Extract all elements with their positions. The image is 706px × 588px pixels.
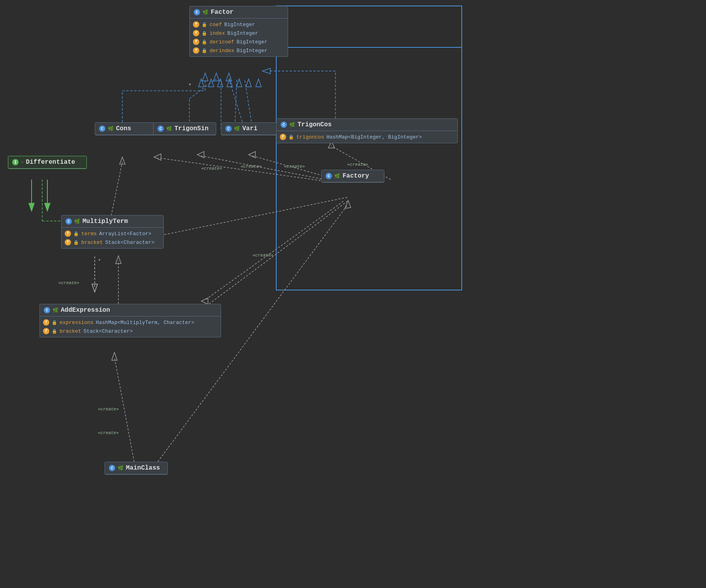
leaf-icon: 🌿 <box>74 219 80 225</box>
svg-marker-25 <box>154 154 161 160</box>
addexpression-fields: f 🔒 expressions HashMap<MultiplyTerm, Ch… <box>40 316 221 337</box>
lock-icon: 🔒 <box>202 39 207 45</box>
trigonsin-header: C 🌿 TrigonSin <box>154 123 216 135</box>
field-type: BigInteger <box>236 48 267 54</box>
svg-line-11 <box>235 79 237 129</box>
lock-icon: 🔒 <box>52 320 57 325</box>
factor-class-name: Factor <box>211 9 234 16</box>
field-name: trigoncos <box>296 134 324 140</box>
svg-marker-22 <box>256 79 261 87</box>
field-name: terms <box>81 231 97 237</box>
field-row: f 🔒 index BigInteger <box>193 29 285 37</box>
field-name: derindex <box>210 48 234 54</box>
svg-text:«create»: «create» <box>58 281 79 285</box>
field-icon: f <box>193 39 199 45</box>
svg-line-49 <box>110 162 122 219</box>
leaf-icon: 🌿 <box>202 9 208 15</box>
addexpression-class-box: C 🌿 AddExpression f 🔒 expressions HashMa… <box>39 304 221 337</box>
svg-text:«create»: «create» <box>241 164 262 169</box>
svg-line-58 <box>114 357 134 462</box>
field-row: f 🔒 terms ArrayList<Factor> <box>65 229 160 238</box>
lock-icon: 🔒 <box>202 22 207 27</box>
vari-class-box: C 🌿 Vari <box>221 122 284 135</box>
svg-marker-17 <box>208 79 214 87</box>
svg-marker-50 <box>120 157 125 164</box>
field-name: bracket <box>60 328 81 334</box>
svg-marker-42 <box>45 203 50 211</box>
trigonsin-class-box: C 🌿 TrigonSin <box>153 122 216 135</box>
svg-marker-16 <box>199 79 204 87</box>
svg-marker-56 <box>201 298 208 304</box>
cons-class-name: Cons <box>116 125 131 132</box>
class-icon: C <box>66 218 72 225</box>
field-icon: f <box>43 319 49 326</box>
field-name: coef <box>210 22 222 28</box>
field-row: f 🔒 derindex BigInteger <box>193 46 285 55</box>
diagram-container: * «create» «create» «create» «create» 1 <box>0 0 706 588</box>
field-name: expressions <box>60 320 94 326</box>
field-row: f 🔒 dericoef BigInteger <box>193 37 285 46</box>
class-icon: C <box>109 465 115 471</box>
svg-marker-62 <box>345 200 351 208</box>
lock-icon: 🔒 <box>202 48 207 53</box>
cons-class-box: C 🌿 Cons <box>95 122 158 135</box>
class-icon: C <box>44 307 50 313</box>
trigoncos-class-name: TrigonCos <box>298 121 331 128</box>
field-name: dericoef <box>210 39 234 45</box>
field-type: Stack<Character> <box>105 240 155 245</box>
svg-line-53 <box>154 197 347 237</box>
leaf-icon: 🌿 <box>289 122 295 128</box>
svg-text:«create»: «create» <box>98 407 119 412</box>
field-row: f 🔒 expressions HashMap<MultiplyTerm, Ch… <box>43 318 217 327</box>
lock-icon: 🔒 <box>202 31 207 36</box>
svg-marker-40 <box>29 203 34 211</box>
svg-marker-20 <box>236 79 242 87</box>
svg-text:«create»: «create» <box>347 162 368 167</box>
class-icon: C <box>99 125 105 132</box>
field-type: HashMap<BigInteger, BigInteger> <box>326 134 422 140</box>
factory-header: C 🌿 Factory <box>322 170 384 182</box>
svg-marker-9 <box>226 73 232 81</box>
svg-line-12 <box>245 79 253 129</box>
mainclass-class-box: C 🌿 MainClass <box>105 462 168 475</box>
class-icon: C <box>157 125 164 132</box>
leaf-icon: 🌿 <box>166 126 172 132</box>
field-type: BigInteger <box>227 30 258 36</box>
svg-text:«create»: «create» <box>253 253 273 258</box>
interface-icon: I <box>12 159 19 165</box>
field-type: BigInteger <box>224 22 255 28</box>
factor-class-box: C 🌿 Factor f 🔒 coef BigInteger f 🔒 index… <box>189 6 288 57</box>
vari-class-name: Vari <box>242 125 257 132</box>
field-icon: f <box>65 230 71 237</box>
field-name: bracket <box>81 240 103 245</box>
class-icon: C <box>281 122 287 128</box>
field-row: f 🔒 bracket Stack<Character> <box>65 238 160 247</box>
cons-header: C 🌿 Cons <box>95 123 157 135</box>
multiplyterm-fields: f 🔒 terms ArrayList<Factor> f 🔒 bracket … <box>62 228 163 248</box>
multiplyterm-class-box: C 🌿 MultiplyTerm f 🔒 terms ArrayList<Fac… <box>61 215 164 249</box>
field-row: f 🔒 trigoncos HashMap<BigInteger, BigInt… <box>280 133 454 141</box>
field-row: f 🔒 coef BigInteger <box>193 20 285 29</box>
svg-marker-18 <box>217 79 223 87</box>
multiplyterm-header: C 🌿 MultiplyTerm <box>62 215 163 228</box>
vari-header: C 🌿 Vari <box>221 123 284 135</box>
leaf-icon: 🌿 <box>52 307 58 313</box>
mainclass-class-name: MainClass <box>126 464 160 472</box>
leaf-icon: 🌿 <box>334 173 340 179</box>
field-type: HashMap<MultiplyTerm, Character> <box>96 320 195 326</box>
svg-line-8 <box>229 79 245 129</box>
svg-text:*: * <box>188 83 191 89</box>
svg-marker-44 <box>92 284 97 292</box>
svg-rect-0 <box>276 6 462 290</box>
svg-marker-31 <box>249 152 255 158</box>
svg-text:«create»: «create» <box>201 166 222 171</box>
addexpression-class-name: AddExpression <box>61 307 110 314</box>
field-icon: f <box>193 47 199 54</box>
svg-text:«create»: «create» <box>284 164 305 169</box>
svg-marker-4 <box>202 73 208 81</box>
field-icon: f <box>193 30 199 36</box>
svg-marker-52 <box>116 256 121 264</box>
lock-icon: 🔒 <box>73 231 79 236</box>
trigoncos-class-box: C 🌿 TrigonCos f 🔒 trigoncos HashMap<BigI… <box>276 118 458 143</box>
svg-marker-19 <box>227 79 232 87</box>
